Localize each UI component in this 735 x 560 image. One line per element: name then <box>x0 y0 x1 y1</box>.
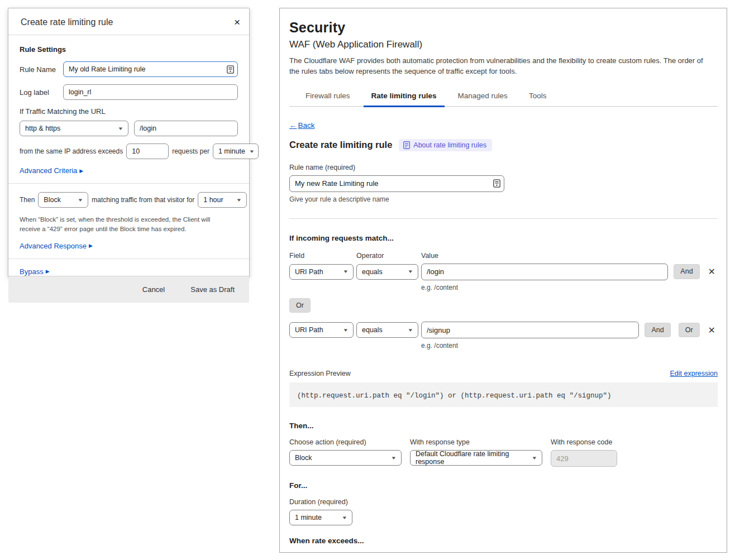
action-select[interactable]: Block ▼ <box>289 450 402 466</box>
close-icon[interactable]: × <box>234 17 240 27</box>
caret-down-icon: ▼ <box>343 269 349 274</box>
caret-down-icon: ▼ <box>532 456 538 461</box>
rule-name-label: Rule name (required) <box>289 164 718 171</box>
divider <box>8 183 249 184</box>
operator-select[interactable]: equals ▼ <box>356 322 418 338</box>
caret-down-icon: ▼ <box>343 328 349 333</box>
action-select[interactable]: Block ▼ <box>38 192 88 208</box>
field-select[interactable]: URI Path ▼ <box>289 264 354 280</box>
caret-down-icon: ▼ <box>118 126 124 131</box>
exceeds-text: from the same IP address exceeds <box>20 147 123 155</box>
matching-text: matching traffic from that visitor for <box>92 196 194 204</box>
requests-input[interactable] <box>126 143 169 159</box>
period-select[interactable]: 1 minute ▼ <box>213 143 259 159</box>
condition-column-headers: Field Operator Value <box>289 252 718 260</box>
page-subtitle: WAF (Web Application Firewall) <box>289 39 718 50</box>
value-input[interactable] <box>421 264 668 280</box>
create-rate-limit-dialog: Create rate limiting rule × Rule Setting… <box>8 8 250 277</box>
dialog-body: Rule Settings Rule Name Log label I <box>8 35 249 276</box>
caret-down-icon: ▼ <box>236 198 242 203</box>
advanced-response-link[interactable]: Advanced Response ▶ <box>20 242 93 250</box>
tab-tools[interactable]: Tools <box>528 88 548 106</box>
back-arrow-icon: ← <box>289 121 297 130</box>
tab-managed-rules[interactable]: Managed rules <box>457 88 509 106</box>
rule-name-input[interactable] <box>63 61 238 77</box>
rate-heading: When rate exceeds... <box>289 537 718 545</box>
field-select[interactable]: URI Path ▼ <box>289 322 354 338</box>
autofill-icon[interactable] <box>227 65 234 74</box>
then-text: Then <box>20 196 35 204</box>
ban-period-select[interactable]: 1 hour ▼ <box>198 192 247 208</box>
duration-select[interactable]: 1 minute ▼ <box>289 510 352 525</box>
rule-name-row: Rule Name <box>20 61 238 77</box>
rule-name-label: Rule Name <box>20 65 58 74</box>
rule-name-helper: Give your rule a descriptive name <box>289 195 718 203</box>
edit-expression-link[interactable]: Edit expression <box>670 370 718 377</box>
value-example-helper: e.g. /content <box>421 284 718 291</box>
dialog-title: Create rate limiting rule <box>21 17 113 27</box>
caret-down-icon: ▼ <box>249 149 255 154</box>
autofill-icon[interactable] <box>493 179 500 188</box>
scheme-select[interactable]: http & https ▼ <box>20 121 128 136</box>
expression-preview-box: (http.request.uri.path eq "/login") or (… <box>289 382 718 407</box>
requests-per-text: requests per <box>172 147 209 155</box>
then-heading: Then... <box>289 422 718 430</box>
value-input[interactable] <box>421 322 639 338</box>
back-link[interactable]: ← Back <box>289 121 315 130</box>
caret-down-icon: ▼ <box>78 198 84 203</box>
caret-down-icon: ▼ <box>408 328 414 333</box>
value-example-helper: e.g. /content <box>421 342 718 350</box>
response-code-label: With response code <box>551 438 617 446</box>
rules-tabs: Firewall rules Rate limiting rules Manag… <box>289 88 718 107</box>
tab-rate-limiting-rules[interactable]: Rate limiting rules <box>370 88 438 106</box>
log-label-input[interactable] <box>63 84 238 100</box>
expression-code: (http.request.uri.path eq "/login") or (… <box>297 392 612 400</box>
log-label-row: Log label <box>20 84 238 100</box>
condition-row: URI Path ▼ equals ▼ And ✕ <box>289 264 718 280</box>
remove-condition-icon[interactable]: ✕ <box>706 265 718 278</box>
field-column-label: Field <box>289 252 356 260</box>
remove-condition-icon[interactable]: ✕ <box>706 324 718 337</box>
response-type-select[interactable]: Default Cloudflare rate limiting respons… <box>410 450 542 466</box>
document-icon <box>403 141 410 149</box>
url-input[interactable] <box>134 121 238 136</box>
condition-row: URI Path ▼ equals ▼ And Or ✕ <box>289 322 718 338</box>
choose-action-label: Choose action (required) <box>289 438 402 446</box>
match-heading: If incoming requests match... <box>289 234 718 242</box>
page-title: Security <box>289 20 718 36</box>
caret-down-icon: ▼ <box>342 515 348 520</box>
about-rate-limiting-badge[interactable]: About rate limiting rules <box>399 139 492 151</box>
and-button[interactable]: And <box>674 264 699 279</box>
block-note: When “Block” is set, when the threshold … <box>20 215 229 234</box>
divider <box>289 218 718 219</box>
log-label-label: Log label <box>20 88 58 97</box>
tab-firewall-rules[interactable]: Firewall rules <box>304 88 351 106</box>
security-waf-panel: Security WAF (Web Application Firewall) … <box>279 8 727 553</box>
then-row: Then Block ▼ matching traffic from that … <box>20 192 238 208</box>
chevron-right-icon: ▶ <box>79 168 83 174</box>
caret-down-icon: ▼ <box>408 269 414 274</box>
for-heading: For... <box>289 481 718 490</box>
operator-column-label: Operator <box>356 252 421 260</box>
and-button[interactable]: And <box>645 323 670 338</box>
operator-select[interactable]: equals ▼ <box>356 264 418 280</box>
response-code-input <box>551 450 617 467</box>
rule-settings-heading: Rule Settings <box>20 45 238 54</box>
response-type-label: With response type <box>410 438 542 446</box>
caret-down-icon: ▼ <box>391 456 397 461</box>
cancel-button[interactable]: Cancel <box>142 285 165 294</box>
or-button[interactable]: Or <box>289 298 311 313</box>
expression-preview-label: Expression Preview <box>289 370 351 377</box>
value-column-label: Value <box>421 252 438 260</box>
chevron-right-icon: ▶ <box>46 269 50 274</box>
rule-name-input[interactable] <box>289 175 504 192</box>
dialog-footer: Cancel Save as Draft <box>8 276 249 303</box>
screen: Create rate limiting rule × Rule Setting… <box>0 0 735 560</box>
or-button[interactable]: Or <box>679 323 700 338</box>
advanced-criteria-link[interactable]: Advanced Criteria ▶ <box>20 166 83 175</box>
bypass-link[interactable]: Bypass ▶ <box>20 267 50 276</box>
page-description: The Cloudflare WAF provides both automat… <box>289 56 713 77</box>
threshold-row: from the same IP address exceeds request… <box>20 143 238 159</box>
save-as-draft-button[interactable]: Save as Draft <box>190 285 235 294</box>
duration-label: Duration (required) <box>289 498 718 506</box>
